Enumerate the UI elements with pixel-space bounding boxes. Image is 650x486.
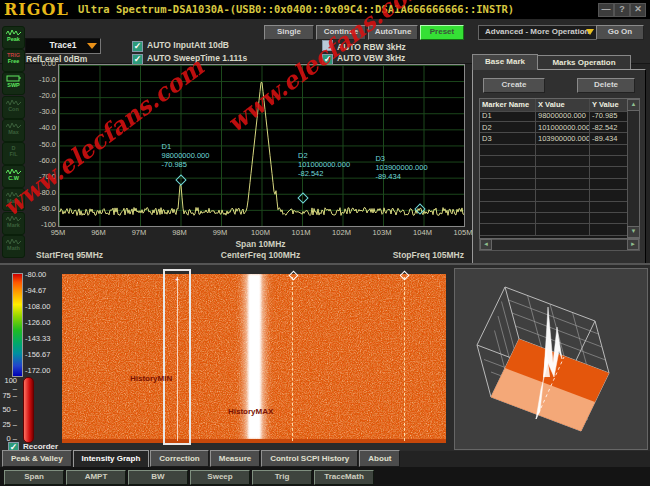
table-cell xyxy=(590,213,628,224)
tab-measure[interactable]: Measure xyxy=(210,450,260,467)
preset-button[interactable]: Preset xyxy=(420,25,464,40)
auto-inputatt-checkbox[interactable]: ✓AUTO InputAtt 10dB xyxy=(132,40,229,50)
table-row[interactable] xyxy=(480,167,628,178)
table-cell: D2 xyxy=(480,122,536,133)
intensity-slider[interactable] xyxy=(23,377,34,443)
x-tick-label: 98M xyxy=(172,228,187,237)
tab-intensity-graph[interactable]: Intensity Graph xyxy=(73,450,150,468)
stop-freq-label: StopFreq 105MHz xyxy=(378,250,464,260)
base-mark-panel: Create Delete Marker NameX ValueY ValueD… xyxy=(472,69,646,264)
table-cell xyxy=(590,156,628,167)
bw-button[interactable]: BW xyxy=(128,470,188,485)
table-row[interactable] xyxy=(480,224,628,235)
table-row[interactable]: D198000000.000-70.985 xyxy=(480,110,628,121)
marker-table: Marker NameX ValueY ValueD198000000.000-… xyxy=(479,98,640,239)
table-cell: 101000000.000 xyxy=(536,122,590,133)
scroll-down-icon[interactable]: ▼ xyxy=(627,226,640,238)
spectrum-y-axis: 0.00-10.0-20.0-30.0-40.0-50.0-60.0-70.0-… xyxy=(20,60,56,230)
table-cell xyxy=(536,179,590,190)
tab-control-scpi-history[interactable]: Control SCPI History xyxy=(261,450,358,467)
ampt-button[interactable]: AMPT xyxy=(66,470,126,485)
table-cell xyxy=(480,179,536,190)
trig-button[interactable]: Trig xyxy=(252,470,312,485)
auto-vbw-label: AUTO VBW 3kHz xyxy=(337,53,405,63)
tab-peak-valley[interactable]: Peak & Valley xyxy=(2,450,72,467)
auto-sweeptime-label: AUTO SweepTime 1.111s xyxy=(147,53,247,63)
tab-correction[interactable]: Correction xyxy=(150,450,208,467)
x-tick-label: 96M xyxy=(91,228,106,237)
table-cell xyxy=(536,202,590,213)
table-cell xyxy=(480,213,536,224)
span-button[interactable]: Span xyxy=(4,470,64,485)
trace-chevron-down-icon xyxy=(87,43,97,49)
slider-tick-label: 50 – xyxy=(0,406,17,414)
auto-rbw-checkbox[interactable]: AUTO RBW 3kHz xyxy=(322,40,406,50)
delete-button[interactable]: Delete xyxy=(577,78,635,93)
bottom-button-bar: SpanAMPTBWSweepTrigTraceMath xyxy=(0,467,650,486)
scale-tick-label: -156.67 xyxy=(25,351,50,359)
table-cell: -70.985 xyxy=(590,110,628,121)
x-tick-label: 103M xyxy=(373,228,392,237)
waterfall-plot[interactable]: HistoryMIN HistoryMAX xyxy=(62,274,446,443)
scroll-up-icon[interactable]: ▲ xyxy=(627,99,640,111)
table-cell xyxy=(480,145,536,156)
sidebar-item-math[interactable]: Math xyxy=(2,235,25,258)
scale-tick-label: -80.00 xyxy=(25,271,46,279)
tab-base-mark[interactable]: Base Mark xyxy=(472,54,538,70)
table-row[interactable] xyxy=(480,190,628,201)
3d-wireframe xyxy=(455,269,645,447)
auto-rbw-label: AUTO RBW 3kHz xyxy=(337,42,406,52)
autotune-button[interactable]: AutoTune xyxy=(368,25,418,40)
x-tick-label: 102M xyxy=(332,228,351,237)
table-cell xyxy=(590,224,628,235)
trace-select-dropdown[interactable]: Trace1 xyxy=(25,38,101,54)
go-on-button[interactable]: Go On xyxy=(596,25,644,40)
advanced-more-operation-dropdown[interactable]: Advanced - More Operation xyxy=(478,25,598,40)
table-cell: D3 xyxy=(480,133,536,144)
auto-vbw-checkbox[interactable]: ✓AUTO VBW 3kHz xyxy=(322,53,405,63)
single-button[interactable]: Single xyxy=(264,25,314,40)
y-tick-label: -40.0 xyxy=(22,124,56,132)
waterfall-3d-view[interactable] xyxy=(454,268,648,450)
sweep-button[interactable]: Sweep xyxy=(190,470,250,485)
close-icon[interactable]: ✕ xyxy=(630,3,646,17)
sidebar-item-label: Math xyxy=(3,245,24,251)
sidebar-item-peak[interactable]: Peak xyxy=(2,26,25,49)
y-tick-label: -10.0 xyxy=(22,76,56,84)
marker-table-header: Marker NameX ValueY Value xyxy=(480,99,628,110)
table-row[interactable]: D2101000000.000-82.542 xyxy=(480,122,628,133)
tab-about[interactable]: About xyxy=(359,450,400,467)
x-tick-label: 99M xyxy=(213,228,228,237)
table-row[interactable] xyxy=(480,156,628,167)
table-cell xyxy=(590,179,628,190)
scroll-left-icon[interactable]: ◄ xyxy=(480,239,492,250)
trace-select-value: Trace1 xyxy=(50,40,77,50)
help-icon[interactable]: ? xyxy=(614,3,630,17)
continue-button[interactable]: Continue xyxy=(316,25,366,40)
table-row[interactable] xyxy=(480,202,628,213)
vertical-scrollbar[interactable]: ▲ ▼ xyxy=(627,99,639,238)
y-tick-label: -90.0 xyxy=(22,205,56,213)
table-cell: 103900000.000 xyxy=(536,133,590,144)
spectrum-plot[interactable]: D1 98000000.000 -70.985D2 101000000.000 … xyxy=(58,64,465,227)
auto-sweeptime-checkbox[interactable]: ✓AUTO SweepTime 1.111s xyxy=(132,53,247,63)
scroll-right-icon[interactable]: ► xyxy=(627,239,639,250)
checkbox-checked-icon: ✓ xyxy=(132,41,143,52)
minimize-icon[interactable]: — xyxy=(598,3,614,17)
y-tick-label: -60.0 xyxy=(22,157,56,165)
y-tick-label: -50.0 xyxy=(22,141,56,149)
table-cell xyxy=(536,156,590,167)
table-row[interactable] xyxy=(480,179,628,190)
table-cell xyxy=(590,190,628,201)
table-row[interactable] xyxy=(480,145,628,156)
tracemath-button[interactable]: TraceMath xyxy=(314,470,374,485)
table-cell: -82.542 xyxy=(590,122,628,133)
y-tick-label: 0.00 xyxy=(22,60,56,68)
scale-tick-label: -108.00 xyxy=(25,303,50,311)
create-button[interactable]: Create xyxy=(483,78,545,93)
horizontal-scrollbar[interactable]: ◄ ► xyxy=(479,239,640,251)
table-row[interactable] xyxy=(480,213,628,224)
y-tick-label: -20.0 xyxy=(22,92,56,100)
table-row[interactable]: D3103900000.000-89.434 xyxy=(480,133,628,144)
rigol-logo: RIGOL xyxy=(4,0,69,19)
